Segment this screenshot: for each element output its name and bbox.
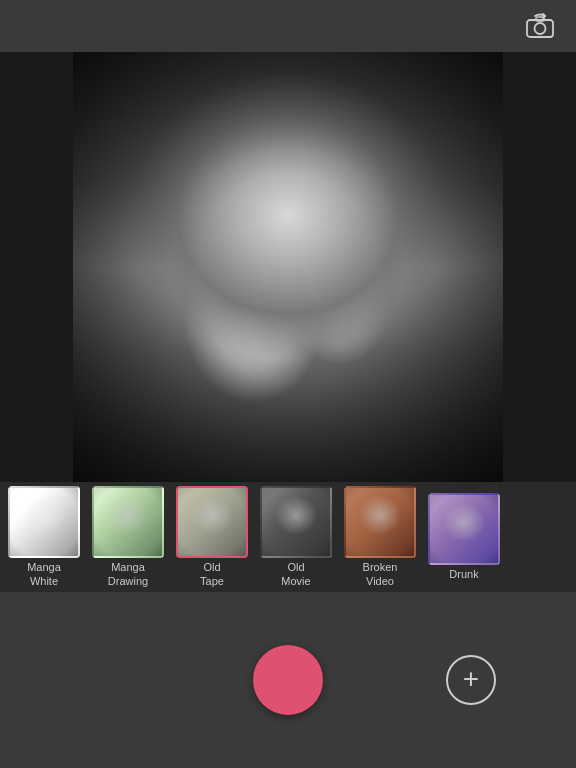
plus-icon: + — [463, 665, 479, 693]
filter-item-manga-drawing[interactable]: MangaDrawing — [88, 482, 168, 591]
filter-label-broken-video: BrokenVideo — [363, 561, 398, 587]
camera-flip-icon — [525, 13, 555, 39]
filter-label-manga-drawing: MangaDrawing — [108, 561, 148, 587]
record-button[interactable] — [253, 645, 323, 715]
camera-flip-button[interactable] — [522, 8, 558, 44]
filter-label-old-movie: OldMovie — [281, 561, 310, 587]
filter-item-old-tape[interactable]: OldTape — [172, 482, 252, 591]
svg-rect-2 — [536, 17, 544, 21]
filter-label-manga-white: MangaWhite — [27, 561, 61, 587]
dog-photo-display — [73, 52, 503, 482]
filter-thumb-manga-white — [8, 486, 80, 558]
filter-strip: MangaWhiteMangaDrawingOldTapeOldMovieBro… — [0, 482, 576, 592]
filter-item-drunk[interactable]: Drunk — [424, 489, 504, 585]
filter-item-broken-video[interactable]: BrokenVideo — [340, 482, 420, 591]
filter-thumb-broken-video — [344, 486, 416, 558]
filter-item-old-movie[interactable]: OldMovie — [256, 482, 336, 591]
filter-item-manga-white[interactable]: MangaWhite — [4, 482, 84, 591]
filter-label-old-tape: OldTape — [200, 561, 224, 587]
filter-thumb-old-movie — [260, 486, 332, 558]
svg-point-1 — [535, 23, 546, 34]
filter-label-drunk: Drunk — [449, 568, 478, 581]
photo-preview — [0, 52, 576, 482]
filter-thumb-old-tape — [176, 486, 248, 558]
top-bar — [0, 0, 576, 52]
bottom-controls: + — [0, 592, 576, 768]
filter-thumb-drunk — [428, 493, 500, 565]
add-button[interactable]: + — [446, 655, 496, 705]
filter-thumb-manga-drawing — [92, 486, 164, 558]
